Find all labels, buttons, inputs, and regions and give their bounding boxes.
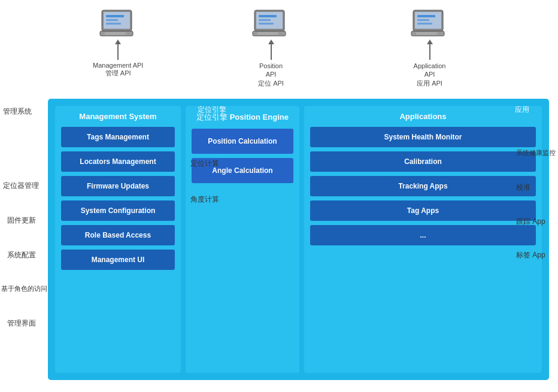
svg-rect-3 <box>105 32 126 35</box>
tracking-apps-btn[interactable]: Tracking Apps <box>310 176 536 196</box>
main-rect: Management System Tags Management Locato… <box>48 99 549 380</box>
label-sysconfig-cn: 系统配置 <box>7 250 36 260</box>
management-api-label: Management API <box>93 62 143 69</box>
management-header: Management System <box>61 112 175 121</box>
management-api-label-cn: 管理 API <box>105 69 131 78</box>
applications-header: Applications <box>310 112 536 121</box>
label-management-cn: 管理系统 <box>3 107 32 117</box>
tags-management-btn[interactable]: Tags Management <box>61 127 175 147</box>
server-icon-position <box>251 9 290 42</box>
position-api-label: PositionAPI <box>259 62 283 79</box>
more-btn[interactable]: ... <box>310 225 536 245</box>
calibration-btn[interactable]: Calibration <box>310 151 536 172</box>
svg-rect-6 <box>106 23 121 25</box>
system-configuration-btn[interactable]: System Configuration <box>61 200 175 221</box>
server-icon-management <box>99 9 138 42</box>
tag-apps-btn[interactable]: Tag Apps <box>310 200 536 221</box>
label-calibration-cn: 校准 <box>516 183 530 193</box>
diagram-container: Management API 管理 API PositionAPI 定位 API <box>0 0 558 392</box>
label-syshealth-cn: 系统健康监控 <box>516 148 556 157</box>
svg-rect-17 <box>416 32 437 35</box>
label-locators-cn: 定位器管理 <box>3 181 39 191</box>
application-api-group: ApplicationAPI 应用 API <box>410 9 449 88</box>
svg-rect-20 <box>417 23 432 25</box>
label-poscalc-cn: 定位计算 <box>190 159 219 169</box>
svg-rect-12 <box>259 19 271 21</box>
applications-column: Applications System Health Monitor Calib… <box>304 106 542 373</box>
applications-header-cn: 应用 <box>515 105 529 115</box>
svg-rect-13 <box>259 23 274 25</box>
management-api-group: Management API 管理 API <box>93 9 143 78</box>
svg-rect-18 <box>417 15 435 17</box>
svg-rect-11 <box>259 15 277 17</box>
position-calculation-btn[interactable]: Position Calculation <box>192 129 293 154</box>
position-api-label-cn: 定位 API <box>258 79 284 88</box>
system-health-monitor-btn[interactable]: System Health Monitor <box>310 127 536 147</box>
label-mgmtui-cn: 管理界面 <box>7 318 36 329</box>
position-engine-header-cn: 定位引擎 <box>198 105 226 115</box>
firmware-updates-btn[interactable]: Firmware Updates <box>61 176 175 196</box>
position-column: 定位引擎 Position Engine Position Calculatio… <box>186 106 299 373</box>
svg-rect-4 <box>106 15 124 17</box>
label-anglecalc-cn: 角度计算 <box>190 195 219 205</box>
management-ui-btn[interactable]: Management UI <box>61 250 175 270</box>
management-column: Management System Tags Management Locato… <box>55 106 181 373</box>
locators-management-btn[interactable]: Locators Management <box>61 151 175 172</box>
application-api-label: ApplicationAPI <box>414 62 446 79</box>
svg-rect-5 <box>106 19 118 21</box>
label-firmware-cn: 固件更新 <box>7 215 36 226</box>
role-based-access-btn[interactable]: Role Based Access <box>61 225 175 245</box>
svg-rect-10 <box>257 32 278 35</box>
position-api-group: PositionAPI 定位 API <box>251 9 290 88</box>
label-trackingapps-cn: 跟踪 App <box>516 217 545 227</box>
application-api-label-cn: 应用 API <box>417 79 442 88</box>
svg-rect-19 <box>417 19 429 21</box>
server-icon-application <box>410 9 449 42</box>
label-rolebased-cn: 基于角色的访问 <box>1 284 47 293</box>
label-tagapps-cn: 标签 App <box>516 250 545 260</box>
